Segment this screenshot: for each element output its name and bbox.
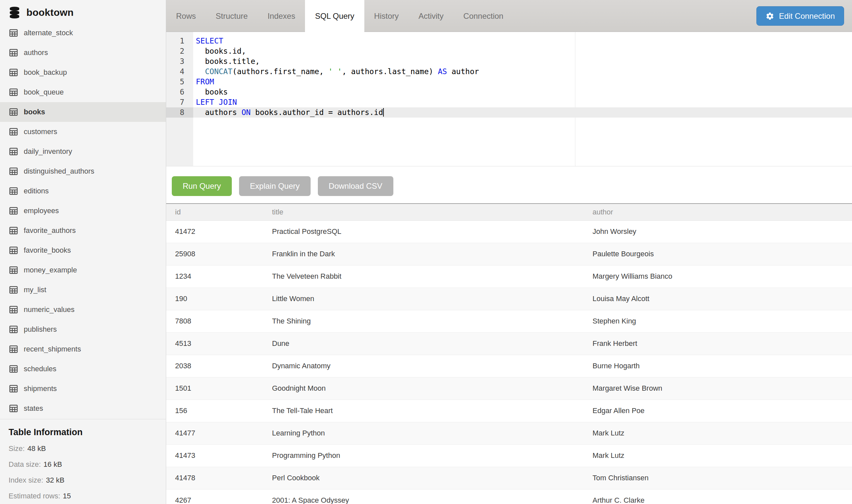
cell-title: Goodnight Moon <box>263 377 584 400</box>
table-row[interactable]: 1501Goodnight MoonMargaret Wise Brown <box>166 377 852 400</box>
table-row[interactable]: 41473Programming PythonMark Lutz <box>166 444 852 467</box>
results-header-row: idtitleauthor <box>166 204 852 220</box>
sidebar-item-numeric-values[interactable]: numeric_values <box>0 300 166 320</box>
line-number: 6 <box>166 87 193 97</box>
table-list: alternate_stock authors book_backup book… <box>0 23 166 418</box>
sidebar-item-recent-shipments[interactable]: recent_shipments <box>0 339 166 359</box>
sidebar-item-authors[interactable]: authors <box>0 43 166 62</box>
token-kw: AS <box>438 67 447 76</box>
table-information-rows: Size:48 kBData size:16 kBIndex size:32 k… <box>8 441 157 504</box>
database-icon <box>8 6 21 19</box>
table-icon <box>8 147 18 157</box>
editor-lines: SELECT books.id, books.title, CONCAT(aut… <box>193 36 852 118</box>
explain-query-button[interactable]: Explain Query <box>239 176 311 196</box>
table-row[interactable]: 41478Perl CookbookTom Christiansen <box>166 467 852 489</box>
table-row[interactable]: 7808The ShiningStephen King <box>166 310 852 332</box>
sidebar-item-publishers[interactable]: publishers <box>0 320 166 339</box>
sidebar-item-favorite-books[interactable]: favorite_books <box>0 240 166 260</box>
column-header-author[interactable]: author <box>584 204 852 220</box>
cell-id: 4267 <box>166 489 263 504</box>
sidebar-item-favorite-authors[interactable]: favorite_authors <box>0 221 166 240</box>
table-row[interactable]: 2038Dynamic AnatomyBurne Hogarth <box>166 355 852 377</box>
table-row[interactable]: 25908Franklin in the DarkPaulette Bourge… <box>166 243 852 265</box>
cell-title: The Shining <box>263 310 584 332</box>
sidebar-item-customers[interactable]: customers <box>0 122 166 142</box>
code-line-7[interactable]: LEFT JOIN <box>193 97 852 107</box>
table-name-label: numeric_values <box>24 305 74 314</box>
gear-icon <box>766 12 774 20</box>
column-header-id[interactable]: id <box>166 204 263 220</box>
code-line-8[interactable]: authors ON books.author_id = authors.id <box>193 107 852 118</box>
editor-gutter: 12345678 <box>166 32 193 166</box>
run-query-button[interactable]: Run Query <box>172 176 232 196</box>
table-name-label: money_example <box>24 266 77 274</box>
table-name-label: customers <box>24 127 57 136</box>
tab-connection[interactable]: Connection <box>453 0 513 32</box>
cell-author: Burne Hogarth <box>584 355 852 377</box>
tab-structure[interactable]: Structure <box>206 0 258 32</box>
cell-id: 1501 <box>166 377 263 400</box>
sidebar-item-book-backup[interactable]: book_backup <box>0 62 166 82</box>
token-pl: books <box>196 88 228 96</box>
sidebar-item-daily-inventory[interactable]: daily_inventory <box>0 142 166 161</box>
cell-title: Perl Cookbook <box>263 467 584 489</box>
token-pl <box>196 67 205 76</box>
line-number: 7 <box>166 97 193 107</box>
sidebar-item-distinguished-authors[interactable]: distinguished_authors <box>0 161 166 181</box>
sidebar-item-shipments[interactable]: shipments <box>0 379 166 399</box>
table-row[interactable]: 41477Learning PythonMark Lutz <box>166 422 852 444</box>
sidebar-item-schedules[interactable]: schedules <box>0 359 166 379</box>
query-actions: Run Query Explain Query Download CSV <box>166 166 852 196</box>
table-row[interactable]: 41472Practical PostgreSQLJohn Worsley <box>166 220 852 243</box>
download-csv-button[interactable]: Download CSV <box>318 176 393 196</box>
edit-connection-button[interactable]: Edit Connection <box>757 6 844 26</box>
tab-history[interactable]: History <box>364 0 409 32</box>
sidebar-item-my-list[interactable]: my_list <box>0 280 166 300</box>
database-name: booktown <box>27 7 73 18</box>
table-icon <box>8 246 18 255</box>
sidebar-item-books[interactable]: books <box>0 102 166 122</box>
code-line-5[interactable]: FROM <box>193 77 852 87</box>
tab-indexes[interactable]: Indexes <box>258 0 305 32</box>
table-row[interactable]: 1234The Velveteen RabbitMargery Williams… <box>166 265 852 288</box>
sidebar-item-editions[interactable]: editions <box>0 181 166 201</box>
code-line-4[interactable]: CONCAT(authors.first_name, ' ', authors.… <box>193 67 852 77</box>
table-icon <box>8 305 18 314</box>
info-row-data-size-: Data size:16 kB <box>8 456 157 472</box>
database-header: booktown <box>0 2 166 23</box>
table-name-label: favorite_books <box>24 246 71 255</box>
cell-author: Mark Lutz <box>584 444 852 467</box>
cell-title: 2001: A Space Odyssey <box>263 489 584 504</box>
cell-id: 1234 <box>166 265 263 288</box>
table-name-label: states <box>24 404 43 413</box>
table-information-title: Table Information <box>8 427 157 437</box>
code-line-3[interactable]: books.title, <box>193 56 852 67</box>
table-row[interactable]: 42672001: A Space OdysseyArthur C. Clark… <box>166 489 852 504</box>
table-icon <box>8 166 18 176</box>
editor-code-area[interactable]: SELECT books.id, books.title, CONCAT(aut… <box>193 32 852 166</box>
code-line-6[interactable]: books <box>193 87 852 97</box>
tab-sql-query[interactable]: SQL Query <box>305 0 364 39</box>
sidebar: booktown alternate_stock authors book_ba… <box>0 0 166 504</box>
table-icon <box>8 265 18 275</box>
table-icon <box>8 68 18 77</box>
cell-title: Dynamic Anatomy <box>263 355 584 377</box>
edit-connection-label: Edit Connection <box>779 12 835 21</box>
column-header-title[interactable]: title <box>263 204 584 220</box>
sidebar-item-money-example[interactable]: money_example <box>0 260 166 280</box>
code-line-2[interactable]: books.id, <box>193 46 852 56</box>
table-row[interactable]: 190Little WomenLouisa May Alcott <box>166 288 852 310</box>
info-value: 48 kB <box>28 444 46 453</box>
table-row[interactable]: 156The Tell-Tale HeartEdgar Allen Poe <box>166 400 852 422</box>
tab-activity[interactable]: Activity <box>408 0 453 32</box>
sql-editor[interactable]: 12345678 SELECT books.id, books.title, C… <box>166 32 852 166</box>
results-table: idtitleauthor 41472Practical PostgreSQLJ… <box>166 204 852 504</box>
tab-rows[interactable]: Rows <box>166 0 206 32</box>
sidebar-item-employees[interactable]: employees <box>0 201 166 221</box>
sidebar-item-book-queue[interactable]: book_queue <box>0 82 166 102</box>
table-row[interactable]: 4513DuneFrank Herbert <box>166 332 852 355</box>
sidebar-item-alternate-stock[interactable]: alternate_stock <box>0 23 166 43</box>
line-number: 3 <box>166 56 193 67</box>
token-str: ' ' <box>328 67 342 76</box>
sidebar-item-states[interactable]: states <box>0 399 166 418</box>
